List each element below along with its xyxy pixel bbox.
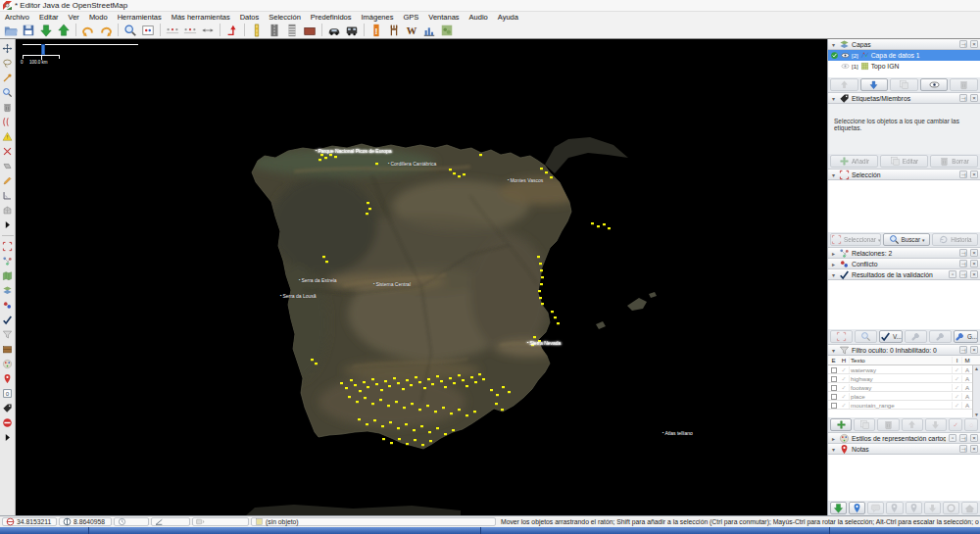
delete-tag-button[interactable]: Borrar: [930, 155, 978, 168]
filter-down-button[interactable]: [925, 418, 947, 431]
more[interactable]: [1, 430, 15, 444]
dock-icon[interactable]: ⊣: [959, 249, 967, 257]
select-errors-button[interactable]: [830, 330, 853, 343]
collapse-icon[interactable]: ▸: [830, 261, 837, 267]
panel-capas-header[interactable]: ▾ Capas ⊣×: [828, 39, 980, 50]
download-notes-button[interactable]: [830, 502, 847, 514]
menu-gps[interactable]: GPS: [398, 12, 423, 22]
filter-enable-checkbox[interactable]: [828, 393, 839, 400]
menu-modo[interactable]: Modo: [84, 12, 113, 22]
collapse-icon[interactable]: ▾: [830, 41, 837, 48]
filter-row-footway[interactable]: ✓footway✓A: [828, 383, 980, 392]
selection-dialog[interactable]: [1, 239, 15, 253]
close-icon[interactable]: ×: [970, 260, 978, 267]
notes-dialog[interactable]: [1, 371, 15, 385]
new-note-button[interactable]: [849, 502, 865, 514]
menu-m-s-herramientas[interactable]: Más herramientas: [167, 12, 235, 22]
collapse-icon[interactable]: ▾: [830, 347, 837, 354]
zoom-slider[interactable]: [23, 44, 138, 45]
reopen-note-button[interactable]: [906, 502, 922, 514]
layer-duplicate-button[interactable]: [890, 78, 918, 91]
search-button[interactable]: Buscar▾: [883, 233, 929, 246]
sort-notes-button[interactable]: [924, 502, 941, 514]
filter-hide-toggle[interactable]: ◌: [964, 418, 978, 431]
close-icon[interactable]: ×: [970, 170, 978, 178]
filter-enable-checkbox[interactable]: [828, 384, 839, 391]
menu-audio[interactable]: Audio: [465, 12, 493, 22]
filter-scrollbar[interactable]: ▲▼: [972, 365, 980, 417]
panel-notas-header[interactable]: ▾ Notas ⊣×: [828, 444, 980, 455]
menu-editar[interactable]: Editar: [34, 12, 64, 22]
visibility-eye-icon[interactable]: [841, 51, 850, 60]
filter-hide-mark[interactable]: ✓: [839, 366, 849, 373]
collapse-icon[interactable]: ▾: [830, 171, 837, 178]
panel-estilos-header[interactable]: ▸ Estilos de representación cartográfica…: [828, 433, 980, 444]
draw-tool[interactable]: [1, 173, 15, 187]
dock-icon[interactable]: ⊣: [959, 170, 967, 178]
layer-row-imagery[interactable]: [1] Topo IGN: [828, 61, 980, 72]
ignore-button[interactable]: [929, 330, 952, 343]
dock-icon[interactable]: ⊣: [959, 445, 967, 453]
note-circle-button[interactable]: [943, 502, 959, 514]
building-toolbar-button[interactable]: [301, 23, 318, 38]
roadY-toolbar-button[interactable]: [248, 23, 266, 38]
close-note-button[interactable]: [886, 502, 903, 514]
panel-filtro-header[interactable]: ▾ Filtro oculto: 0 Inhabilitado: 0 ⊣×: [828, 345, 980, 356]
collapse-icon[interactable]: ▾: [830, 271, 837, 278]
warn-toolbar-button[interactable]: !: [368, 23, 385, 38]
panel-conflicto-header[interactable]: ▸ Conflicto ⊣×: [828, 259, 980, 269]
open-toolbar-button[interactable]: [2, 23, 20, 38]
collapse-icon[interactable]: ▾: [830, 446, 837, 453]
dock-icon[interactable]: ⊣: [959, 260, 967, 267]
layer-delete-button[interactable]: [950, 78, 978, 91]
close-icon[interactable]: ×: [970, 445, 978, 453]
panel-validacion-header[interactable]: ▾ Resultados de la validación ▫ ⊣×: [828, 269, 980, 280]
collapse-icon[interactable]: ▸: [830, 435, 837, 442]
manage-ignored-button[interactable]: G...: [954, 330, 978, 343]
layer-visibility-button[interactable]: [920, 78, 949, 91]
lookup-button[interactable]: [855, 330, 877, 343]
cross-toolbar-button[interactable]: [283, 23, 301, 38]
filter-hide-mark[interactable]: ✓: [839, 384, 849, 391]
distance-indicator[interactable]: [192, 517, 249, 526]
filter-enable-toggle[interactable]: ✓: [949, 418, 962, 431]
menu-im-genes[interactable]: Imágenes: [357, 12, 399, 22]
filter-enable-checkbox[interactable]: [828, 402, 839, 409]
filter-up-button[interactable]: [902, 418, 923, 431]
car-toolbar-button[interactable]: [325, 23, 343, 38]
add-tag-button[interactable]: Añadir: [830, 155, 878, 168]
sp3-toolbar-button[interactable]: [199, 23, 217, 38]
panel-etiquetas-header[interactable]: ▾ Etiquetas/Miembros ⊣×: [828, 93, 980, 104]
fork-toolbar-button[interactable]: [385, 23, 403, 38]
changeset-dialog[interactable]: [1, 342, 15, 356]
building-tool[interactable]: [1, 203, 15, 217]
map-canvas[interactable]: Parque Nacional Picos de EuropaCordiller…: [16, 39, 827, 516]
dock-icon[interactable]: ⊣: [959, 434, 967, 442]
minimap-dialog[interactable]: [1, 268, 15, 282]
select-button[interactable]: Seleccionar▾: [830, 233, 881, 246]
parallel-tool[interactable]: [1, 115, 15, 128]
filter-hide-mark[interactable]: ✓: [839, 393, 849, 400]
dialog-toolbar-button[interactable]: [139, 23, 157, 38]
green-toolbar-button[interactable]: [438, 23, 456, 38]
history-button[interactable]: Historia: [932, 233, 978, 246]
disable-dialog[interactable]: [1, 415, 15, 429]
zoom-toolbar-button[interactable]: [122, 23, 139, 38]
lasso-tool[interactable]: [1, 56, 15, 70]
add-filter-button[interactable]: [830, 418, 852, 431]
bus-toolbar-button[interactable]: [343, 23, 361, 38]
improve-accuracy-tool[interactable]: !: [1, 129, 15, 143]
fix-button[interactable]: [905, 330, 927, 343]
download-toolbar-button[interactable]: [37, 23, 55, 38]
changeset-counter[interactable]: 0: [1, 386, 15, 400]
layer-row-data[interactable]: [2] Capa de datos 1: [828, 50, 980, 61]
layers-dialog[interactable]: [1, 283, 15, 297]
settings-icon[interactable]: ▫: [949, 270, 956, 278]
filter-hide-mark[interactable]: ✓: [839, 402, 849, 409]
dock-icon[interactable]: ⊣: [959, 94, 967, 102]
upload-notes-button[interactable]: [961, 502, 978, 514]
conflict-dialog[interactable]: [1, 298, 15, 312]
close-icon[interactable]: ×: [970, 270, 978, 278]
collapse-icon[interactable]: ▾: [830, 95, 837, 102]
menu-selecci-n[interactable]: Selección: [264, 12, 306, 22]
